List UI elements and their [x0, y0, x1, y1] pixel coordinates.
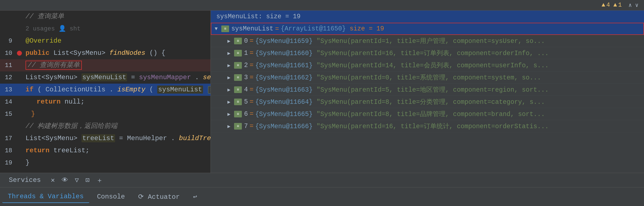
- annotation: @Override: [26, 37, 62, 45]
- tab-back[interactable]: ↩: [187, 190, 202, 203]
- var-row-0[interactable]: ▶ ≡ 0 = {SysMenu@11659} "SysMenu(parentI…: [211, 35, 644, 47]
- code-line-11: 11 // 查询所有菜单: [0, 59, 211, 71]
- line-num-10: 10: [0, 50, 16, 57]
- line-content-19: }: [23, 157, 211, 169]
- var-value-3: {SysMenu@11662} "SysMenu(parentId=0, tit…: [255, 73, 541, 82]
- nav-down-button[interactable]: ∨: [634, 1, 640, 9]
- var-value-4: {SysMenu@11663} "SysMenu(parentId=5, tit…: [255, 85, 549, 94]
- code-comment-11: // 查询所有菜单: [28, 61, 80, 69]
- var-value-1: {SysMenu@11660} "SysMenu(parentId=16, ti…: [255, 49, 549, 57]
- expand-btn-item3[interactable]: ▶: [227, 74, 234, 81]
- bottom-tabs: Threads & Variables Console ⟳ Actuator ↩: [0, 187, 644, 206]
- code-line-12: 12 List<SysMenu> sysMenuList = sysMenuMa…: [0, 71, 211, 84]
- type-12: List<SysMenu>: [26, 74, 77, 81]
- brace-19: }: [26, 159, 29, 166]
- grid-tool-button[interactable]: ⊡: [84, 175, 90, 185]
- error-badge: ▲ 1: [613, 2, 622, 9]
- tab-console[interactable]: Console: [92, 191, 131, 203]
- var-icon-item2: ≡: [234, 62, 242, 69]
- var-name-0: 0: [244, 37, 248, 45]
- add-tool-button[interactable]: ＋: [95, 175, 104, 186]
- debug-header: sysMenuList: size = 19: [211, 11, 644, 23]
- debug-panel: sysMenuList: size = 19 ▼ ≡ sysMenuList =…: [211, 11, 644, 173]
- var-value-5: {SysMenu@11664} "SysMenu(parentId=8, tit…: [255, 97, 545, 106]
- var-row-2[interactable]: ▶ ≡ 2 = {SysMenu@11661} "SysMenu(parentI…: [211, 59, 644, 71]
- breakpoint-icon[interactable]: [17, 51, 22, 56]
- line-content-12: List<SysMenu> sysMenuList = sysMenuMappe…: [23, 71, 211, 84]
- var-icon-item6: ≡: [234, 111, 242, 117]
- var-row-sysmenulist[interactable]: ▼ ≡ sysMenuList = {ArrayList@11650} size…: [211, 23, 644, 35]
- line-num-9: 9: [0, 38, 16, 45]
- expand-btn-item1[interactable]: ▶: [227, 50, 234, 56]
- code-lines: // 查询菜单 2 usages 👤 sht 9 @Overr: [0, 11, 211, 169]
- expand-btn-item2[interactable]: ▶: [227, 62, 234, 68]
- expand-btn-item7[interactable]: ▶: [227, 123, 234, 129]
- line-num-19: 19: [0, 159, 16, 166]
- var-name-1: 1: [244, 50, 248, 57]
- eye-tool-button[interactable]: 👁: [60, 175, 69, 185]
- variable-tree[interactable]: ▼ ≡ sysMenuList = {ArrayList@11650} size…: [211, 23, 644, 173]
- var-icon-0: ≡: [221, 25, 229, 32]
- expand-btn-item5[interactable]: ▶: [227, 99, 234, 105]
- var-row-3[interactable]: ▶ ≡ 3 = {SysMenu@11662} "SysMenu(parentI…: [211, 71, 644, 84]
- line-content-17: List<SysMenu> treeList = MenuHelper . bu…: [23, 132, 211, 145]
- code-line-9: 9 @Override: [0, 35, 211, 47]
- var-row-1[interactable]: ▶ ≡ 1 = {SysMenu@11660} "SysMenu(parentI…: [211, 47, 644, 59]
- var-name-3: 3: [244, 74, 248, 81]
- var-value-0: {SysMenu@11659} "SysMenu(parentId=1, tit…: [255, 37, 545, 45]
- close-tool-button[interactable]: ✕: [50, 175, 56, 185]
- size-info-0: size = 19: [350, 25, 384, 32]
- false-hint: = false: [208, 86, 211, 94]
- tab-label-threads: Threads & Variables: [8, 193, 84, 200]
- var-row-4[interactable]: ▶ ≡ 4 = {SysMenu@11663} "SysMenu(parentI…: [211, 84, 644, 96]
- line-content: // 查询菜单: [23, 11, 211, 23]
- var-treelist: treeList: [82, 134, 115, 142]
- method-isempty: isEmpty: [117, 86, 145, 93]
- var-icon-item5: ≡: [234, 99, 242, 105]
- tab-threads-variables[interactable]: Threads & Variables: [2, 190, 89, 203]
- line-num-17: 17: [0, 135, 16, 142]
- var-name-2: 2: [244, 62, 248, 69]
- type-menuhelper: MenuHelper: [127, 135, 167, 142]
- var-name-sysmenulist: sysMenuList: [231, 25, 273, 32]
- var-icon-item4: ≡: [234, 86, 242, 93]
- line-num-18: 18: [0, 147, 16, 154]
- obj-ref-0: {ArrayList@11650}: [281, 25, 346, 32]
- code-line-comment1: // 查询菜单: [0, 11, 211, 23]
- error-icon: ▲: [613, 2, 617, 9]
- bottom-panel: Services ✕ 👁 ▽ ⊡ ＋ Threads & Variables C…: [0, 173, 644, 206]
- usages-text: 2 usages 👤 sht: [26, 25, 81, 32]
- method-name: findNodes: [109, 49, 145, 57]
- warning-count: 4: [606, 2, 610, 9]
- expand-btn-item6[interactable]: ▶: [227, 111, 234, 117]
- line-icon-10: [16, 51, 23, 56]
- var-row-7[interactable]: ▶ ≡ 7 = {SysMenu@11666} "SysMenu(parentI…: [211, 120, 644, 132]
- code-line-19: 19 }: [0, 157, 211, 169]
- var-row-6[interactable]: ▶ ≡ 6 = {SysMenu@11665} "SysMenu(parentI…: [211, 108, 644, 120]
- var-name-7: 7: [244, 123, 248, 130]
- type-17: List<SysMenu>: [26, 135, 77, 142]
- line-content-13: if ( CollectionUtils . isEmpty ( sysMenu…: [23, 84, 211, 96]
- code-line-18: 18 return treeList;: [0, 145, 211, 157]
- code-editor: // 查询菜单 2 usages 👤 sht 9 @Overr: [0, 11, 211, 173]
- kw-return: return: [37, 98, 60, 105]
- expand-btn-item0[interactable]: ▶: [227, 38, 234, 44]
- line-content-15: }: [23, 108, 211, 120]
- tab-actuator[interactable]: ⟳ Actuator: [133, 190, 185, 203]
- var-row-5[interactable]: ▶ ≡ 5 = {SysMenu@11664} "SysMenu(parentI…: [211, 96, 644, 108]
- comment-build: // 构建树形数据，返回给前端: [26, 122, 117, 130]
- code-comment: // 查询菜单: [26, 13, 64, 20]
- var-value-6: {SysMenu@11665} "SysMenu(parentId=8, tit…: [255, 110, 545, 118]
- method-12: selectAll: [203, 74, 211, 81]
- line-num-12: 12: [0, 74, 16, 81]
- nav-up-button[interactable]: ∧: [627, 1, 633, 9]
- var-value-7: {SysMenu@11666} "SysMenu(parentId=16, ti…: [255, 122, 549, 130]
- filter-tool-button[interactable]: ▽: [74, 175, 80, 185]
- var-value-sysmenulist: {ArrayList@11650} size = 19: [281, 25, 384, 32]
- code-line-10: 10 public List<SysMenu> findNodes () {: [0, 47, 211, 59]
- expand-btn-item4[interactable]: ▶: [227, 87, 234, 93]
- var-name-6: 6: [244, 110, 248, 118]
- expand-btn-0[interactable]: ▼: [215, 26, 221, 32]
- code-line-14: 14 return null;: [0, 96, 211, 108]
- code-line-usages: 2 usages 👤 sht: [0, 23, 211, 35]
